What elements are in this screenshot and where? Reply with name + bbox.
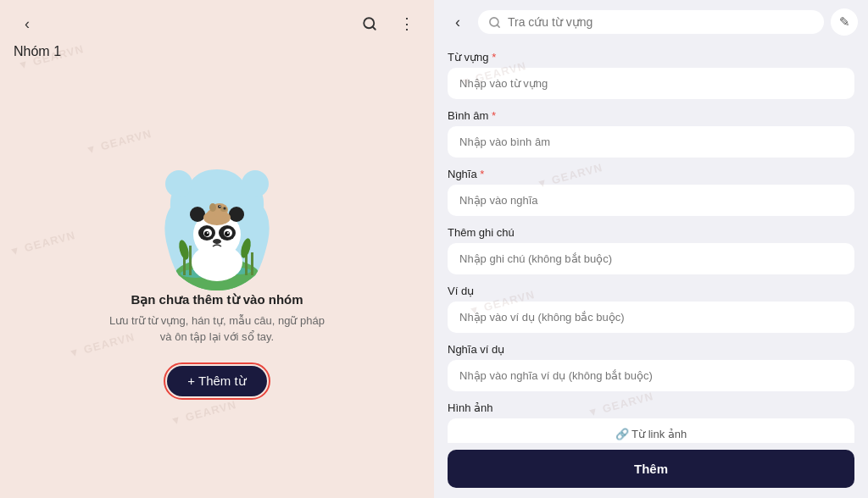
submit-button[interactable]: Thêm bbox=[448, 450, 854, 488]
input-nghia[interactable] bbox=[448, 185, 854, 216]
svg-rect-11 bbox=[251, 252, 253, 275]
svg-point-21 bbox=[225, 231, 230, 236]
input-vidu[interactable] bbox=[448, 302, 854, 333]
field-vidu: Ví dụ bbox=[448, 285, 854, 333]
field-nghia: Nghĩa * bbox=[448, 168, 854, 216]
image-link-button[interactable]: 🔗 Từ link ảnh bbox=[448, 418, 854, 443]
label-hinhanh: Hình ảnh bbox=[448, 401, 854, 414]
svg-point-23 bbox=[227, 232, 229, 234]
header-icons: ⋮ bbox=[356, 10, 420, 37]
search-button[interactable] bbox=[356, 10, 383, 37]
search-icon bbox=[362, 16, 377, 31]
field-ghichu: Thêm ghi chú bbox=[448, 226, 854, 274]
field-binham: Bình âm * bbox=[448, 109, 854, 158]
svg-line-1 bbox=[372, 26, 375, 29]
svg-point-22 bbox=[207, 232, 209, 234]
svg-point-24 bbox=[213, 239, 221, 244]
svg-point-33 bbox=[218, 205, 221, 208]
add-word-button[interactable]: + Thêm từ bbox=[167, 366, 266, 396]
label-nghia: Nghĩa * bbox=[448, 168, 854, 180]
svg-point-32 bbox=[224, 207, 226, 209]
input-ghichu[interactable] bbox=[448, 243, 854, 274]
right-panel: ▼ GEARVN ▼ GEARVN ▼ GEARVN ▼ GEARVN ‹ ✎ … bbox=[434, 0, 868, 498]
svg-point-20 bbox=[204, 231, 209, 236]
more-button[interactable]: ⋮ bbox=[393, 10, 420, 37]
pencil-button[interactable]: ✎ bbox=[831, 8, 858, 36]
right-header: ‹ ✎ bbox=[434, 0, 868, 44]
label-vidu: Ví dụ bbox=[448, 285, 854, 297]
field-nghiavidu: Nghĩa ví dụ bbox=[448, 343, 854, 391]
svg-point-34 bbox=[220, 205, 220, 206]
field-hinhanh: Hình ảnh 🔗 Từ link ảnh bbox=[448, 401, 854, 443]
svg-line-36 bbox=[497, 25, 499, 27]
svg-rect-9 bbox=[189, 246, 192, 275]
label-tuvung: Từ vựng * bbox=[448, 51, 854, 64]
back-button[interactable]: ‹ bbox=[14, 10, 41, 37]
empty-state: Bạn chưa thêm từ vào nhóm Lưu trữ từ vựn… bbox=[0, 66, 434, 498]
search-icon-right bbox=[488, 16, 501, 29]
add-word-button-wrapper: + Thêm từ bbox=[164, 362, 270, 400]
panda-illustration bbox=[153, 165, 281, 292]
svg-point-30 bbox=[209, 203, 216, 212]
input-nghiavidu[interactable] bbox=[448, 360, 854, 391]
left-header: ‹ ⋮ bbox=[0, 0, 434, 44]
input-binham[interactable] bbox=[448, 126, 854, 158]
svg-point-3 bbox=[242, 170, 269, 197]
input-tuvung[interactable] bbox=[448, 68, 854, 99]
svg-point-26 bbox=[229, 207, 244, 222]
group-title: Nhóm 1 bbox=[0, 44, 434, 66]
search-bar[interactable] bbox=[478, 10, 824, 34]
label-nghiavidu: Nghĩa ví dụ bbox=[448, 343, 854, 356]
svg-point-25 bbox=[190, 207, 205, 222]
empty-title: Bạn chưa thêm từ vào nhóm bbox=[131, 292, 303, 307]
label-binham: Bình âm * bbox=[448, 109, 854, 122]
label-ghichu: Thêm ghi chú bbox=[448, 226, 854, 239]
empty-description: Lưu trữ từ vựng, hán tự, mẫu câu, ngữ ph… bbox=[107, 313, 327, 346]
right-back-button[interactable]: ‹ bbox=[444, 8, 471, 36]
field-tuvung: Từ vựng * bbox=[448, 51, 854, 99]
form-scroll-area[interactable]: Từ vựng * Bình âm * Nghĩa * Thêm ghi chú… bbox=[434, 44, 868, 443]
left-panel: ▼ GEARVN ▼ GEARVN ▼ GEARVN ▼ GEARVN ▼ GE… bbox=[0, 0, 434, 498]
svg-point-2 bbox=[165, 170, 192, 197]
search-input[interactable] bbox=[508, 15, 814, 29]
